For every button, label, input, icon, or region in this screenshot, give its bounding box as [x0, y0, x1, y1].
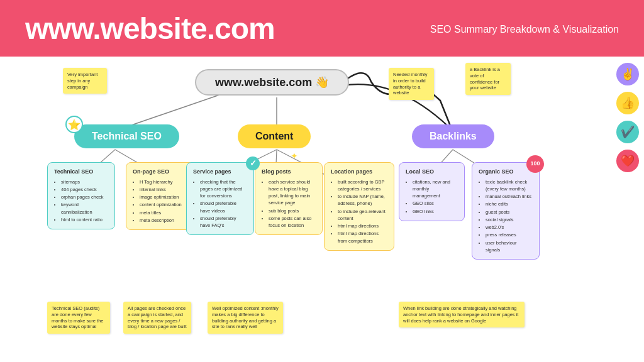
- header-title: www.website.com: [25, 11, 275, 46]
- service-pages-box: ✓ Service pages checking that the pages …: [186, 162, 254, 235]
- local-seo-box: Local SEO citations, new and monthly man…: [399, 162, 465, 221]
- bottom-sticky-backlinks: When link building are done strategicall…: [399, 302, 525, 327]
- root-label: www.website.com 👋: [195, 69, 349, 96]
- header-subtitle: SEO Summary Breakdown & Visualization: [430, 24, 619, 35]
- content-node: Content: [238, 124, 311, 148]
- bottom-sticky-technical: Technical SEO (audits) are done every fe…: [47, 302, 110, 334]
- icon-heart: ❤️: [616, 150, 639, 172]
- organic-seo-title: Organic SEO: [479, 168, 533, 177]
- onpage-seo-list: H Tag hierarchy internal links image opt…: [133, 178, 188, 224]
- location-pages-list: built according to GBP categories / serv…: [331, 178, 387, 244]
- icon-peace: ✌️: [616, 63, 639, 85]
- location-pages-box: Location pages built according to GBP ca…: [324, 162, 394, 251]
- technical-seo-box: Technical SEO sitemaps 404 pages check o…: [47, 162, 115, 229]
- icon-check: ✔️: [616, 121, 639, 143]
- technical-seo-box-title: Technical SEO: [54, 168, 108, 177]
- sticky-needed-monthly: Needed monthly in order to build authori…: [389, 68, 434, 100]
- service-pages-title: Service pages: [193, 168, 247, 177]
- location-pages-title: Location pages: [331, 168, 387, 177]
- technical-seo-list: sitemaps 404 pages check orphan pages ch…: [54, 178, 108, 224]
- main-diagram: www.website.com 👋 Very important step in…: [0, 57, 644, 362]
- bottom-sticky-content: Well optimized content :monthly makes a …: [208, 302, 283, 334]
- header: www.website.com SEO Summary Breakdown & …: [0, 0, 644, 57]
- content-label: Content: [238, 124, 311, 148]
- bottom-sticky-pages: All pages are checked once a campaign is…: [123, 302, 191, 334]
- badge-100: 100: [526, 155, 544, 173]
- right-icons: ✌️ 👍 ✔️ ❤️: [616, 63, 639, 172]
- organic-seo-box: 100 Organic SEO toxic backlink check (ev…: [472, 162, 540, 260]
- technical-seo-node: ⭐ Technical SEO: [74, 124, 179, 148]
- service-pages-list: checking that the pages are optimized fo…: [193, 178, 247, 229]
- organic-seo-list: toxic backlink check (every few months) …: [479, 178, 533, 254]
- root-text: www.website.com: [215, 76, 312, 89]
- backlinks-node: Backlinks: [412, 124, 494, 148]
- svg-text:✦: ✦: [291, 151, 298, 161]
- sticky-backlink-vote: a Backlink is a vote of confidence for y…: [465, 63, 511, 95]
- blog-posts-title: Blog posts: [262, 168, 316, 177]
- technical-seo-label: ⭐ Technical SEO: [74, 124, 179, 148]
- service-pages-check: ✓: [246, 156, 260, 170]
- root-node: www.website.com 👋: [195, 69, 349, 96]
- onpage-seo-box: On-page SEO H Tag hierarchy internal lin…: [126, 162, 195, 230]
- onpage-seo-title: On-page SEO: [133, 168, 188, 177]
- local-seo-title: Local SEO: [406, 168, 458, 177]
- root-emoji: 👋: [315, 76, 329, 89]
- blog-posts-list: each service should have a topical blog …: [262, 178, 316, 229]
- backlinks-label: Backlinks: [412, 124, 494, 148]
- blog-posts-box: Blog posts each service should have a to…: [255, 162, 323, 235]
- sticky-very-important: Very important step in any campaign: [63, 68, 107, 94]
- local-seo-list: citations, new and monthly management GE…: [406, 178, 458, 215]
- icon-thumbsup: 👍: [616, 92, 639, 114]
- star-icon: ⭐: [65, 116, 83, 133]
